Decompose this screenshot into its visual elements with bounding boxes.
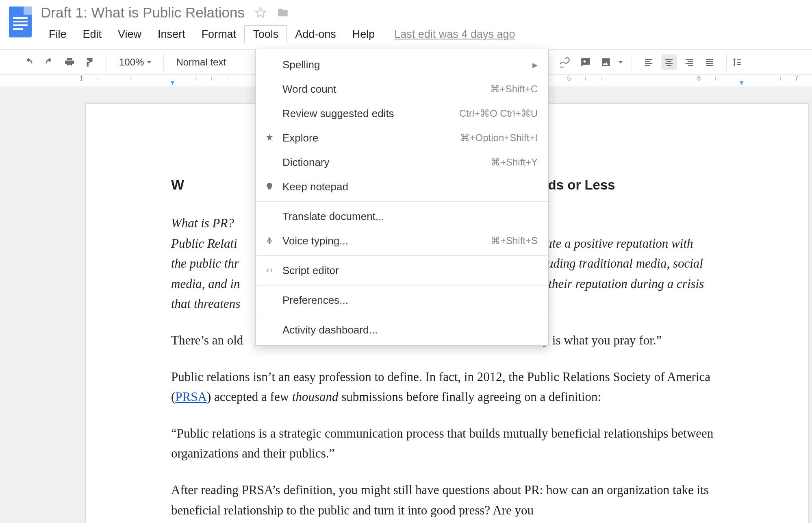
menu-tools[interactable]: Tools xyxy=(244,25,287,44)
menu-shortcut: Ctrl+⌘O Ctrl+⌘U xyxy=(459,108,538,119)
code-icon xyxy=(261,266,278,275)
menu-item-preferences[interactable]: Preferences... xyxy=(256,288,548,312)
menu-shortcut: ⌘+Shift+S xyxy=(491,235,538,246)
microphone-icon xyxy=(261,236,278,246)
menu-item-explore[interactable]: Explore ⌘+Option+Shift+I xyxy=(256,126,548,150)
align-justify-button[interactable] xyxy=(702,54,717,70)
menu-file[interactable]: File xyxy=(41,26,75,43)
menu-separator xyxy=(256,255,548,256)
menu-item-label: Review suggested edits xyxy=(278,107,459,120)
menu-item-script-editor[interactable]: Script editor xyxy=(256,258,548,283)
menu-item-translate[interactable]: Translate document... xyxy=(256,204,548,229)
menu-item-voice-typing[interactable]: Voice typing... ⌘+Shift+S xyxy=(256,229,548,253)
docs-logo-icon[interactable] xyxy=(9,7,32,37)
insert-link-button[interactable] xyxy=(558,54,573,70)
menu-separator xyxy=(256,285,548,285)
menu-format[interactable]: Format xyxy=(193,26,245,43)
last-edit-link[interactable]: Last edit was 4 days ago xyxy=(394,28,515,41)
ruler-number: 1 xyxy=(80,75,83,82)
menu-shortcut: ⌘+Option+Shift+I xyxy=(460,132,538,144)
menu-separator xyxy=(256,201,548,202)
right-indent-marker-icon[interactable]: ▾ xyxy=(740,78,743,87)
chevron-down-icon xyxy=(619,61,623,63)
lightbulb-icon xyxy=(261,182,278,191)
zoom-select[interactable]: 100% xyxy=(113,57,157,68)
star-icon[interactable] xyxy=(254,7,267,19)
tools-dropdown: Spelling ▸ Word count ⌘+Shift+C Review s… xyxy=(255,49,549,346)
menu-item-label: Translate document... xyxy=(278,210,538,223)
menu-item-label: Explore xyxy=(278,132,460,144)
align-center-button[interactable] xyxy=(661,54,677,70)
menu-item-spelling[interactable]: Spelling ▸ xyxy=(256,52,548,77)
paint-format-button[interactable] xyxy=(82,54,98,70)
menu-item-label: Word count xyxy=(278,83,490,96)
paragraph-style-value: Normal text xyxy=(176,57,226,68)
menu-item-label: Activity dashboard... xyxy=(278,324,538,336)
menu-edit[interactable]: Edit xyxy=(75,26,110,43)
menu-addons[interactable]: Add-ons xyxy=(287,26,344,43)
ruler-number: 6 xyxy=(697,75,701,82)
menu-item-label: Dictionary xyxy=(278,156,491,169)
menu-separator xyxy=(256,315,548,315)
paragraph: After reading PRSA’s definition, you mig… xyxy=(171,480,739,520)
menu-help[interactable]: Help xyxy=(344,26,383,43)
redo-button[interactable] xyxy=(41,54,57,70)
heading-text: W xyxy=(171,177,184,192)
insert-image-button[interactable] xyxy=(598,54,614,70)
undo-button[interactable] xyxy=(21,54,37,70)
chevron-down-icon xyxy=(147,61,151,63)
zoom-value: 100% xyxy=(119,57,144,68)
menu-item-activity-dashboard[interactable]: Activity dashboard... xyxy=(256,318,548,342)
menu-item-label: Keep notepad xyxy=(278,181,538,193)
menu-item-label: Voice typing... xyxy=(278,235,491,247)
menu-view[interactable]: View xyxy=(110,26,150,43)
indent-marker-icon[interactable]: ▾ xyxy=(171,78,174,87)
paragraph: Public relations isn’t an easy professio… xyxy=(171,367,739,407)
menu-shortcut: ⌘+Shift+Y xyxy=(491,157,538,168)
prsa-link[interactable]: PRSA xyxy=(175,390,207,404)
add-comment-button[interactable] xyxy=(578,54,593,70)
chevron-right-icon: ▸ xyxy=(532,59,538,71)
paragraph: “Public relations is a strategic communi… xyxy=(171,423,739,464)
ruler-number: 7 xyxy=(795,75,799,82)
svg-marker-0 xyxy=(255,8,265,17)
menu-item-keep-notepad[interactable]: Keep notepad xyxy=(256,174,548,199)
menu-item-label: Preferences... xyxy=(278,294,538,307)
menu-item-word-count[interactable]: Word count ⌘+Shift+C xyxy=(256,77,548,101)
align-left-button[interactable] xyxy=(641,54,656,70)
ruler-number: 5 xyxy=(567,75,571,82)
menu-item-label: Script editor xyxy=(278,264,538,277)
paragraph-style-select[interactable]: Normal text xyxy=(170,57,232,68)
align-right-button[interactable] xyxy=(682,54,697,70)
explore-icon xyxy=(261,133,278,143)
folder-icon[interactable] xyxy=(276,7,289,18)
menu-shortcut: ⌘+Shift+C xyxy=(490,83,538,95)
menu-item-review-edits[interactable]: Review suggested edits Ctrl+⌘O Ctrl+⌘U xyxy=(256,101,548,126)
menu-item-dictionary[interactable]: Dictionary ⌘+Shift+Y xyxy=(256,150,548,174)
line-spacing-button[interactable] xyxy=(729,54,745,70)
print-button[interactable] xyxy=(62,54,77,70)
menu-item-label: Spelling xyxy=(278,59,532,71)
document-title[interactable]: Draft 1: What is Public Relations xyxy=(41,4,245,21)
menu-insert[interactable]: Insert xyxy=(150,26,193,43)
